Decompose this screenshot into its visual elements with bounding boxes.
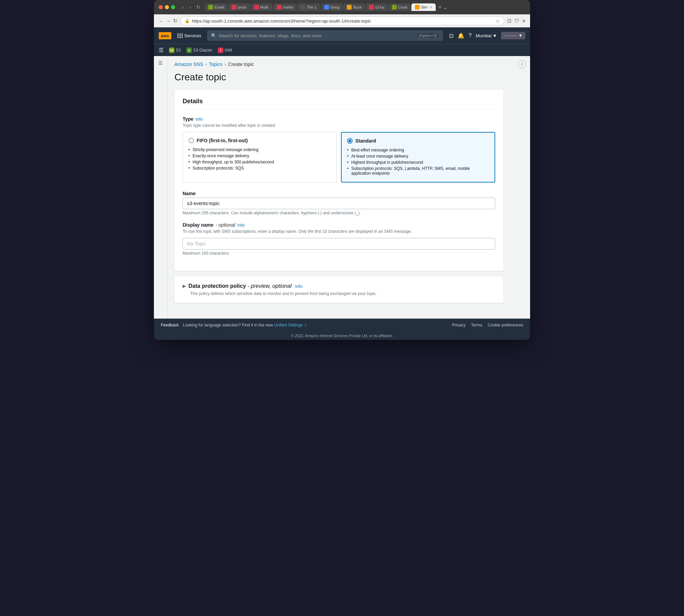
data-protection-info-link[interactable]: Info <box>295 284 303 289</box>
sidebar-toggle-panel[interactable]: ☰ <box>154 56 168 319</box>
reload-button[interactable]: ↻ <box>195 4 202 11</box>
tab-the[interactable]: The 1 <box>297 3 320 11</box>
standard-radio[interactable] <box>347 138 353 144</box>
iam-badge: I <box>218 48 223 53</box>
search-icon: 🔍 <box>211 33 216 38</box>
display-name-hint: To use this topic with SMS subscriptions… <box>183 229 495 234</box>
tab-buck[interactable]: Buck <box>343 3 365 11</box>
close-button[interactable] <box>159 5 163 9</box>
help-icon[interactable]: ? <box>469 32 472 39</box>
addr-reload-button[interactable]: ↻ <box>173 18 177 24</box>
breadcrumb-sns[interactable]: Amazon SNS <box>174 62 203 67</box>
address-bar: ← → ↻ 🔒 https://ap-south-1.console.aws.a… <box>154 14 530 27</box>
shortcut-iam[interactable]: I IAM <box>218 48 232 53</box>
data-protection-header[interactable]: ▶ Data protection policy - preview, opti… <box>183 283 495 289</box>
addr-forward-button[interactable]: → <box>166 18 171 24</box>
back-button[interactable]: ‹ <box>181 4 186 11</box>
tab-close-icon[interactable]: ✕ <box>430 5 432 9</box>
page-title: Create topic <box>174 72 503 83</box>
privacy-link[interactable]: Privacy <box>452 323 465 327</box>
search-shortcut: [Option+S] <box>417 33 439 38</box>
sidebar-hamburger-icon[interactable]: ☰ <box>158 60 163 66</box>
tab-multi[interactable]: Multi: <box>251 3 273 11</box>
cloud-shell-icon[interactable]: ⊡ <box>449 32 453 39</box>
address-text[interactable]: https://ap-south-1.console.aws.amazon.co… <box>192 18 494 24</box>
unified-settings-link[interactable]: Unified Settings <box>274 323 303 327</box>
info-button[interactable]: i <box>518 60 526 68</box>
tab-proto[interactable]: proto <box>228 3 250 11</box>
standard-feature-2: At-least once message delivery <box>347 153 489 159</box>
standard-feature-4: Subscription protocols: SQS, Lambda, HTT… <box>347 165 489 176</box>
data-protection-title: Data protection policy - preview, option… <box>188 283 303 289</box>
addr-back-button[interactable]: ← <box>159 18 164 24</box>
tab-s3bu[interactable]: s3 bu <box>366 3 388 11</box>
data-protection-description: This policy defines which sensitive data… <box>190 291 495 296</box>
footer-language-text: Looking for language selection? Find it … <box>183 323 307 327</box>
global-search[interactable]: 🔍 Search for services, features, blogs, … <box>207 30 443 41</box>
type-info-link[interactable]: Info <box>196 117 203 122</box>
breadcrumb: Amazon SNS › Topics › Create topic <box>174 62 503 67</box>
fifo-feature-1: Strictly-preserved message ordering <box>188 147 331 153</box>
fifo-feature-4: Subscription protocols: SQS <box>188 165 331 171</box>
minimize-button[interactable] <box>165 5 169 9</box>
breadcrumb-topics[interactable]: Topics <box>209 62 223 67</box>
standard-option-header: Standard <box>347 138 489 144</box>
feedback-button[interactable]: Feedback <box>161 323 179 327</box>
sidebar-toggle-icon[interactable]: ☰ <box>159 47 163 53</box>
footer-copyright: © 2022, Amazon Internet Services Private… <box>154 332 530 340</box>
notifications-icon[interactable]: 🔔 <box>458 32 464 39</box>
name-field-group: Name Maximum 256 characters. Can include… <box>183 191 495 215</box>
browser-nav: ‹ › ↻ <box>181 4 202 11</box>
lock-icon: 🔒 <box>185 18 190 23</box>
cookie-prefs-link[interactable]: Cookie preferences <box>488 323 523 327</box>
s3-badge: S3 <box>169 48 174 53</box>
tab-creat[interactable]: Creat <box>389 3 411 11</box>
display-name-input[interactable] <box>183 238 495 250</box>
type-standard-option[interactable]: Standard Best-effort message ordering At… <box>341 132 495 183</box>
account-chevron-icon: ▼ <box>518 33 523 38</box>
display-name-info-link[interactable]: Info <box>237 223 245 228</box>
name-input[interactable] <box>183 198 495 209</box>
display-name-field-group: Display name - optional Info To use this… <box>183 222 495 256</box>
screen-share-icon[interactable]: ⊡ <box>507 18 512 24</box>
tab-sim-active[interactable]: Sim ✕ <box>411 3 436 11</box>
tab-enab[interactable]: Enabl <box>205 3 227 11</box>
fifo-option-header: FIFO (first-in, first-out) <box>188 138 331 143</box>
display-name-max: Maximum 100 characters. <box>183 251 495 256</box>
breadcrumb-current: Create topic <box>228 62 254 67</box>
maximize-button[interactable] <box>171 5 175 9</box>
fifo-radio[interactable] <box>188 138 194 143</box>
tab-add-button[interactable]: + ⌄ <box>438 4 447 11</box>
tab-marke[interactable]: marke <box>273 3 297 11</box>
account-menu[interactable]: ············ ▼ <box>501 32 525 39</box>
info-panel-toggle[interactable]: i <box>514 56 530 319</box>
standard-feature-1: Best-effort message ordering <box>347 147 489 153</box>
external-link-icon: ↗ <box>304 323 307 327</box>
tab-goog[interactable]: Goog <box>321 3 343 11</box>
fifo-feature-3: High throughput, up to 300 publishes/sec… <box>188 159 331 165</box>
aws-navbar: aws Services 🔍 Search for services, feat… <box>154 27 530 44</box>
bookmark-icon[interactable]: ☆ <box>496 18 500 24</box>
name-hint: Maximum 256 characters. Can include alph… <box>183 211 495 215</box>
forward-button[interactable]: › <box>188 4 193 11</box>
grid-icon <box>177 34 183 38</box>
shortcut-glacier[interactable]: G S3 Glacier <box>186 48 212 53</box>
expand-arrow-icon: ▶ <box>183 284 186 289</box>
fifo-feature-2: Exactly-once message delivery <box>188 153 331 159</box>
standard-features: Best-effort message ordering At-least on… <box>347 147 489 176</box>
menu-icon[interactable]: ≡ <box>522 18 525 24</box>
shield-icon[interactable]: 🛡 <box>514 18 519 24</box>
services-button[interactable]: Services <box>175 32 204 40</box>
breadcrumb-sep-1: › <box>205 62 207 67</box>
region-selector[interactable]: Mumbai ▼ <box>476 33 497 38</box>
type-field-group: Type Info Topic type cannot be modified … <box>183 116 495 183</box>
terms-link[interactable]: Terms <box>471 323 482 327</box>
fifo-features: Strictly-preserved message ordering Exac… <box>188 147 331 171</box>
address-input-wrap[interactable]: 🔒 https://ap-south-1.console.aws.amazon.… <box>180 16 504 25</box>
aws-logo: aws <box>159 32 171 39</box>
standard-feature-3: Highest throughput in publishes/second <box>347 159 489 165</box>
type-fifo-option[interactable]: FIFO (first-in, first-out) Strictly-pres… <box>183 132 337 183</box>
footer: Feedback Looking for language selection?… <box>154 319 530 332</box>
shortcut-s3[interactable]: S3 S3 <box>169 48 181 53</box>
browser-tabs: Enabl proto Multi: marke The 1 Goog <box>205 3 525 11</box>
